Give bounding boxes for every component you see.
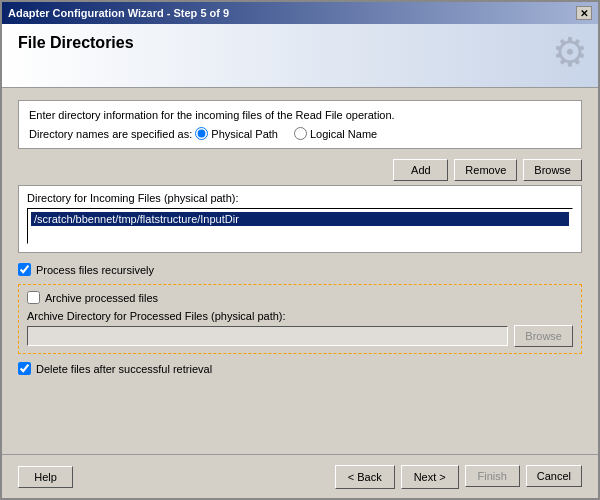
radio-logical-input[interactable] [294, 127, 307, 140]
next-button[interactable]: Next > [401, 465, 459, 489]
delete-files-row: Delete files after successful retrieval [18, 362, 582, 375]
cancel-button[interactable]: Cancel [526, 465, 582, 487]
title-bar: Adapter Configuration Wizard - Step 5 of… [2, 2, 598, 24]
radio-group: Physical Path Logical Name [195, 127, 381, 140]
archive-checkbox[interactable] [27, 291, 40, 304]
close-button[interactable]: ✕ [576, 6, 592, 20]
delete-files-checkbox[interactable] [18, 362, 31, 375]
gear-icon: ⚙ [552, 29, 588, 75]
directory-list[interactable]: /scratch/bbennet/tmp/flatstructure/Input… [27, 208, 573, 244]
footer-nav-buttons: < Back Next > Finish Cancel [335, 465, 582, 489]
window-title: Adapter Configuration Wizard - Step 5 of… [8, 7, 229, 19]
archive-label-row: Archive processed files [27, 291, 573, 304]
footer: Help < Back Next > Finish Cancel [2, 454, 598, 498]
archive-section: Archive processed files Archive Director… [18, 284, 582, 354]
content-area: File Directories ⚙ Enter directory infor… [2, 24, 598, 498]
directory-entry: /scratch/bbennet/tmp/flatstructure/Input… [31, 212, 569, 226]
radio-physical-input[interactable] [195, 127, 208, 140]
process-recursive-row: Process files recursively [18, 263, 582, 276]
directory-input-section: Directory for Incoming Files (physical p… [18, 185, 582, 253]
page-title: File Directories [18, 34, 582, 52]
help-button[interactable]: Help [18, 466, 73, 488]
add-button[interactable]: Add [393, 159, 448, 181]
header-banner: File Directories ⚙ [2, 24, 598, 88]
delete-files-label: Delete files after successful retrieval [36, 363, 212, 375]
radio-physical[interactable]: Physical Path [195, 127, 278, 140]
main-content: Enter directory information for the inco… [2, 88, 598, 454]
archive-dir-row: Archive Directory for Processed Files (p… [27, 310, 573, 347]
archive-input-row: Browse [27, 325, 573, 347]
archive-browse-button[interactable]: Browse [514, 325, 573, 347]
info-box: Enter directory information for the inco… [18, 100, 582, 149]
directory-buttons: Add Remove Browse [18, 159, 582, 181]
radio-logical-label: Logical Name [310, 128, 377, 140]
directory-label: Directory for Incoming Files (physical p… [27, 192, 573, 204]
radio-row: Directory names are specified as: Physic… [29, 127, 571, 140]
back-button[interactable]: < Back [335, 465, 395, 489]
archive-dir-input[interactable] [27, 326, 508, 346]
browse-button[interactable]: Browse [523, 159, 582, 181]
directory-names-label: Directory names are specified as: [29, 128, 192, 140]
finish-button[interactable]: Finish [465, 465, 520, 487]
process-recursive-checkbox[interactable] [18, 263, 31, 276]
radio-logical[interactable]: Logical Name [294, 127, 377, 140]
archive-dir-label: Archive Directory for Processed Files (p… [27, 310, 573, 322]
archive-checkbox-label: Archive processed files [45, 292, 158, 304]
info-line1: Enter directory information for the inco… [29, 109, 571, 121]
radio-physical-label: Physical Path [211, 128, 278, 140]
main-window: Adapter Configuration Wizard - Step 5 of… [0, 0, 600, 500]
process-recursive-label: Process files recursively [36, 264, 154, 276]
remove-button[interactable]: Remove [454, 159, 517, 181]
